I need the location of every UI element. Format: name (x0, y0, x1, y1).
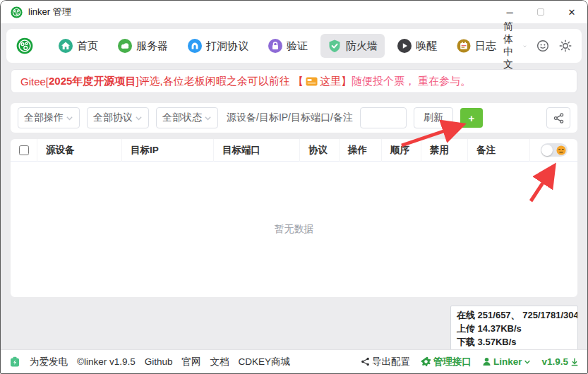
titlebar: linker 管理 ─ ✕ (1, 1, 587, 23)
window-title: linker 管理 (28, 6, 71, 18)
chevron-down-icon (66, 114, 73, 122)
nav-bar: 首页 服务器 打洞协议 (6, 29, 582, 63)
search-label: 源设备/目标IP/目标端口/备注 (227, 111, 353, 124)
tab-label: 唤醒 (416, 40, 437, 53)
maximize-icon (537, 8, 544, 16)
website-link[interactable]: 官网 (182, 356, 201, 368)
banner-text-pink: 随便投个票， 重在参与。 (352, 75, 471, 88)
online-count: 在线 251/657、 725/1781/304 (457, 309, 572, 322)
name-badge-icon (306, 77, 318, 86)
download-speed: 下载 3.57KB/s (457, 336, 572, 349)
table-body: 暂无数据 (11, 162, 577, 296)
tab-logs[interactable]: 日志 (450, 34, 503, 58)
download-icon (570, 358, 579, 366)
copyright-text: ©linker v1.9.5 (77, 356, 136, 367)
user-label: Linker (493, 356, 522, 367)
manage-interface-button[interactable]: 管理接口 (421, 356, 472, 368)
banner-text-bold: 2025年度开源项目 (49, 75, 136, 88)
home-icon (59, 39, 73, 53)
column-header-order: 顺序 (382, 139, 421, 162)
column-header-source-device: 源设备 (37, 139, 122, 162)
tab-auth[interactable]: 验证 (261, 34, 315, 58)
search-input[interactable] (360, 107, 407, 128)
app-logo (16, 32, 33, 59)
column-header-protocol: 协议 (300, 139, 340, 162)
column-header-target-ip: 目标IP (122, 139, 214, 162)
tunnel-icon (188, 39, 202, 53)
column-header-remark: 备注 (468, 139, 530, 162)
column-header-target-port: 目标端口 (214, 139, 300, 162)
tab-wake[interactable]: 唤醒 (390, 34, 444, 58)
github-link[interactable]: Github (145, 356, 173, 367)
version-label: v1.9.5 (541, 356, 568, 367)
banner-link[interactable]: 这里】 (320, 75, 352, 88)
banner-text: ]评选,各位老板闲暇之余可以前往 【 (136, 75, 304, 88)
play-icon (397, 39, 412, 53)
header-toggle-cell (530, 139, 577, 162)
gear-icon (421, 356, 431, 367)
select-value: 全部协议 (93, 111, 133, 124)
donate-link[interactable]: 为爱发电 (30, 356, 68, 368)
app-window: linker 管理 ─ ✕ 首页 (0, 0, 588, 374)
theme-icon[interactable] (536, 39, 549, 53)
table-header: 源设备 目标IP 目标端口 协议 操作 顺序 禁用 备注 (11, 139, 577, 162)
share-icon (361, 357, 370, 366)
filter-toolbar: 全部操作 全部协议 全部状态 源设备/目标IP/目标端口/备注 刷新 + (11, 103, 577, 133)
tab-label: 服务器 (136, 40, 168, 53)
column-header-disabled: 禁用 (421, 139, 468, 162)
tab-label: 防火墙 (346, 40, 378, 53)
banner-text: Gitee[ (20, 76, 49, 88)
select-value: 全部操作 (24, 111, 64, 124)
firewall-rules-table: 源设备 目标IP 目标端口 协议 操作 顺序 禁用 备注 (11, 139, 577, 297)
tab-servers[interactable]: 服务器 (111, 34, 175, 58)
person-icon (482, 357, 491, 366)
chevron-down-icon (204, 114, 212, 122)
log-icon (457, 39, 471, 53)
language-label: 简体中文 (503, 20, 520, 71)
unamused-face-icon (556, 145, 566, 155)
cloud-icon (118, 39, 132, 53)
tab-label: 首页 (77, 40, 98, 53)
select-all-cell (11, 139, 37, 162)
firewall-master-toggle[interactable] (541, 143, 568, 157)
nav-right: 简体中文 (503, 20, 572, 71)
filter-status-select[interactable]: 全部状态 (156, 107, 218, 128)
tab-firewall[interactable]: 防火墙 (320, 34, 385, 58)
notice-banner: Gitee[2025年度开源项目]评选,各位老板闲暇之余可以前往 【这里】 随便… (11, 69, 577, 93)
footer-bar: 为爱发电 ©linker v1.9.5 Github 官网 文档 CDKEY商城… (1, 349, 587, 373)
filter-protocol-select[interactable]: 全部协议 (87, 107, 149, 128)
tab-home[interactable]: 首页 (52, 34, 105, 58)
shield-icon (328, 39, 342, 53)
traffic-status-box: 在线 251/657、 725/1781/304 上传 14.37KB/s 下载… (450, 306, 578, 352)
lock-icon (268, 39, 282, 53)
footer-right: 导出配置 管理接口 Linker v1.9.5 (361, 356, 579, 368)
filter-operation-select[interactable]: 全部操作 (18, 107, 80, 128)
brightness-icon[interactable] (559, 39, 572, 53)
cdkey-store-link[interactable]: CDKEY商城 (239, 356, 291, 368)
chevron-down-icon (524, 358, 531, 366)
language-selector[interactable]: 简体中文 (503, 20, 527, 71)
select-all-checkbox[interactable] (19, 145, 29, 155)
tab-label: 验证 (287, 40, 308, 53)
export-config-button[interactable]: 导出配置 (361, 356, 410, 368)
tab-punch-protocol[interactable]: 打洞协议 (181, 34, 256, 58)
nav-tabs: 首页 服务器 打洞协议 (52, 34, 503, 58)
app-logo-small-icon (11, 6, 23, 18)
footer-left: 为爱发电 ©linker v1.9.5 Github 官网 文档 CDKEY商城 (9, 356, 290, 368)
chevron-down-icon (523, 42, 527, 50)
refresh-button[interactable]: 刷新 (414, 107, 453, 128)
empty-state-text: 暂无数据 (275, 223, 314, 236)
version-download[interactable]: v1.9.5 (541, 356, 579, 367)
share-button[interactable] (546, 107, 570, 128)
add-rule-button[interactable]: + (460, 108, 483, 128)
upload-speed: 上传 14.37KB/s (457, 322, 572, 336)
docs-link[interactable]: 文档 (210, 356, 229, 368)
toggle-knob (541, 145, 553, 156)
tab-label: 日志 (475, 40, 496, 53)
tab-label: 打洞协议 (206, 40, 248, 53)
select-value: 全部状态 (162, 111, 202, 124)
manage-interface-label: 管理接口 (433, 356, 472, 368)
column-header-operation: 操作 (340, 139, 382, 162)
export-config-label: 导出配置 (372, 356, 410, 368)
user-menu[interactable]: Linker (482, 356, 532, 367)
